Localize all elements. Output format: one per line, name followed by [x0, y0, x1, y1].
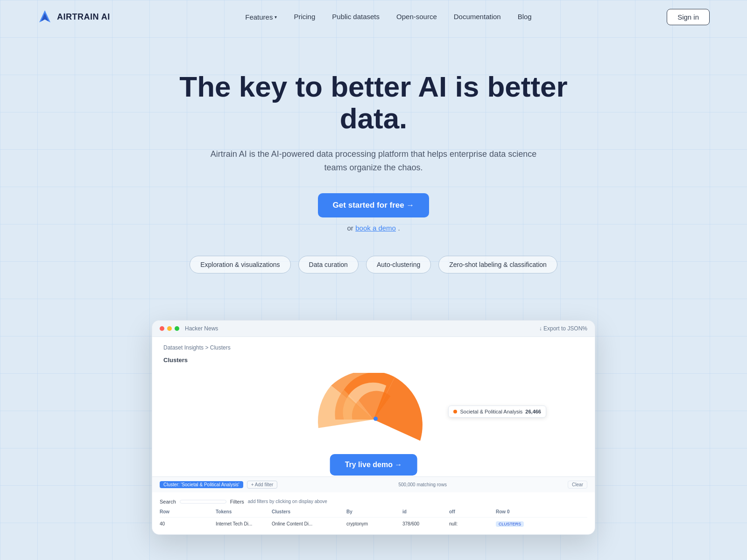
nav-open-source-link[interactable]: Open-source	[396, 13, 437, 21]
nav-item-features[interactable]: Features ▾	[245, 13, 277, 21]
nav-documentation-link[interactable]: Documentation	[454, 13, 501, 21]
window-dots	[160, 326, 179, 331]
nav-pricing-link[interactable]: Pricing	[294, 13, 315, 21]
demo-filter-bar: Cluster: 'Societal & Political Analysis'…	[152, 476, 595, 492]
nav-features-link[interactable]: Features ▾	[245, 13, 277, 21]
cell-row: 40	[160, 521, 197, 526]
filter-label: Filters	[230, 499, 244, 504]
nav-blog-link[interactable]: Blog	[518, 13, 532, 21]
nav-item-pricing[interactable]: Pricing	[294, 13, 315, 21]
demo-window-header: Hacker News ↓ Export to JSON%	[152, 321, 595, 337]
col-header-by: By	[346, 509, 384, 514]
hero-subtitle: Airtrain AI is the AI-powered data proce…	[205, 147, 542, 175]
period: .	[398, 224, 400, 232]
add-filter-button[interactable]: + Add filter	[247, 481, 278, 489]
logo-link[interactable]: AIRTRAIN AI	[37, 9, 110, 24]
col-header-id: id	[402, 509, 430, 514]
cell-by: cryptonym	[346, 521, 384, 526]
clusters-chart-svg	[303, 373, 444, 466]
try-live-demo-button[interactable]: Try live demo →	[330, 454, 417, 476]
export-label[interactable]: ↓ Export to JSON%	[539, 325, 587, 332]
tooltip-value: 26,466	[525, 409, 541, 414]
search-label: Search	[160, 499, 176, 504]
maximize-dot	[175, 326, 179, 331]
svg-point-2	[374, 417, 378, 421]
tooltip-dot-icon	[453, 410, 457, 413]
pill-exploration[interactable]: Exploration & visualizations	[190, 256, 290, 273]
cell-id: 378/600	[402, 521, 430, 526]
hero-title: The key to better AI is better data.	[163, 71, 584, 134]
nav-links: Features ▾ Pricing Public datasets Open-…	[245, 13, 531, 21]
demo-content: Dataset Insights > Clusters Clusters	[152, 337, 595, 476]
nav-public-datasets-link[interactable]: Public datasets	[332, 13, 380, 21]
search-input[interactable]	[180, 500, 226, 504]
minimize-dot	[167, 326, 172, 331]
navbar: AIRTRAIN AI Features ▾ Pricing Public da…	[0, 0, 747, 34]
feature-pills: Exploration & visualizations Data curati…	[9, 256, 738, 273]
sign-in-button[interactable]: Sign in	[667, 9, 710, 25]
demo-breadcrumb: Dataset Insights > Clusters	[163, 344, 584, 351]
table-header: Row Tokens Clusters By id off Row 0	[160, 509, 587, 518]
window-title: Hacker News	[185, 325, 218, 332]
airtrain-logo-icon	[37, 9, 52, 24]
pill-zero-shot[interactable]: Zero-shot labeling & classification	[438, 256, 557, 273]
tooltip-label: Societal & Political Analysis	[460, 409, 522, 414]
logo-text: AIRTRAIN AI	[57, 12, 110, 22]
nav-item-documentation[interactable]: Documentation	[454, 13, 501, 21]
cell-off: null:	[449, 521, 477, 526]
col-header-off: off	[449, 509, 477, 514]
pill-data-curation[interactable]: Data curation	[298, 256, 359, 273]
nav-item-public-datasets[interactable]: Public datasets	[332, 13, 380, 21]
or-text: or	[347, 224, 353, 232]
chart-title: Clusters	[163, 357, 584, 364]
demo-preview-section: Hacker News ↓ Export to JSON% Dataset In…	[0, 320, 747, 535]
col-header-clusters: Clusters	[272, 509, 328, 514]
row-count-label: 500,000 matching rows	[399, 482, 447, 487]
book-demo-link[interactable]: book a demo	[355, 224, 396, 232]
search-bar: Search Filters add filters by clicking o…	[160, 496, 587, 507]
filter-hint: add filters by clicking on display above	[248, 499, 327, 504]
col-header-row0: Row 0	[496, 509, 533, 514]
hero-section: The key to better AI is better data. Air…	[0, 34, 747, 320]
clear-button[interactable]: Clear	[568, 481, 587, 489]
filter-tag[interactable]: Cluster: 'Societal & Political Analysis'	[160, 481, 243, 488]
nav-right: Sign in	[667, 9, 710, 25]
get-started-button[interactable]: Get started for free →	[318, 193, 430, 217]
cell-clusters: Online Content Di...	[272, 521, 328, 526]
or-book-demo: or book a demo .	[347, 224, 400, 232]
col-header-row: Row	[160, 509, 197, 514]
chart-tooltip: Societal & Political Analysis 26,466	[448, 406, 546, 418]
nav-item-open-source[interactable]: Open-source	[396, 13, 437, 21]
cell-tokens: Internet Tech Di...	[216, 521, 253, 526]
cluster-badge: CLUSTERS	[496, 521, 524, 527]
nav-item-blog[interactable]: Blog	[518, 13, 532, 21]
chevron-down-icon: ▾	[275, 14, 277, 20]
demo-window: Hacker News ↓ Export to JSON% Dataset In…	[152, 320, 595, 535]
close-dot	[160, 326, 164, 331]
pill-auto-clustering[interactable]: Auto-clustering	[366, 256, 431, 273]
table-row: 40 Internet Tech Di... Online Content Di…	[160, 519, 587, 529]
demo-table-area: Search Filters add filters by clicking o…	[152, 492, 595, 534]
hero-cta: Get started for free → or book a demo .	[9, 193, 738, 232]
clusters-chart-area: Societal & Political Analysis 26,466 Try…	[163, 368, 584, 471]
col-header-tokens: Tokens	[216, 509, 253, 514]
